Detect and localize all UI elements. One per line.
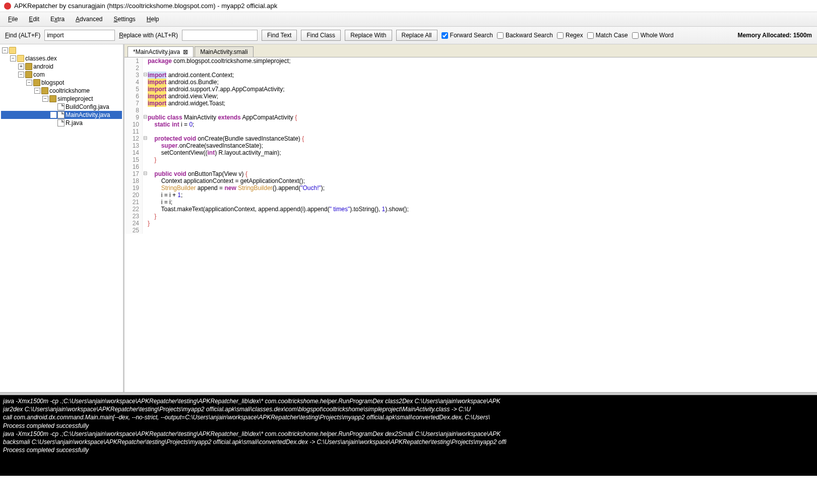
menu-edit[interactable]: Edit [24,14,44,24]
code-line[interactable]: 12⊟ protected void onCreate(Bundle saved… [124,135,817,142]
tree-node-com[interactable]: −com [1,71,122,79]
fold-icon [143,199,148,206]
tree-toggle-icon[interactable]: − [42,96,48,102]
code-line[interactable]: 17⊟ public void onButtonTap(View v) { [124,170,817,177]
tab-mainactivity-smali[interactable]: MainActivity.smali [195,46,253,57]
code-content[interactable]: public class MainActivity extends AppCom… [148,114,297,121]
wholeword-checkbox[interactable] [632,32,639,39]
code-line[interactable]: 22 Toast.makeText(applicationContext, ap… [124,206,817,213]
tree-node-buildconfig-java[interactable]: BuildConfig.java [1,103,122,111]
code-content[interactable]: setContentView((int) R.layout.activity_m… [148,149,281,156]
code-content[interactable]: i = i; [148,199,172,206]
file-icon [57,119,65,127]
code-line[interactable]: 15 } [124,156,817,163]
fold-icon[interactable]: ⊟ [143,170,148,177]
code-content[interactable]: import android.os.Bundle; [148,79,219,86]
code-content[interactable]: import android.support.v7.app.AppCompatA… [148,86,284,93]
matchcase-label: Match Case [596,32,628,39]
forward-search-checkbox[interactable] [442,32,448,39]
code-line[interactable]: 6import android.view.View; [124,93,817,100]
package-icon [25,71,32,78]
memory-allocated-label: Memory Allocated: 1500m [737,32,812,39]
code-content[interactable]: import android.content.Context; [148,72,234,79]
fold-icon[interactable]: ⊟ [143,135,148,142]
project-tree[interactable]: −−classes.dex+android−com−blogspot−coolt… [0,44,124,392]
tree-node-cooltrickshome[interactable]: −cooltrickshome [1,87,122,95]
tree-node-android[interactable]: +android [1,62,122,71]
code-line[interactable]: 8 [124,107,817,114]
menu-advanced[interactable]: Advanced [71,14,107,24]
code-line[interactable]: 3⊟import android.content.Context; [124,72,817,79]
code-line[interactable]: 7import android.widget.Toast; [124,100,817,107]
code-line[interactable]: 19 StringBuilder append = new StringBuil… [124,184,817,192]
console-line: Process completed successfully [3,422,814,430]
code-line[interactable]: 24} [124,220,817,227]
code-line[interactable]: 23 } [124,213,817,220]
tree-node-label: classes.dex [25,55,57,62]
tree-toggle-icon[interactable]: + [18,64,24,70]
replace-with-button[interactable]: Replace With [345,30,392,41]
tree-node-simpleproject[interactable]: −simpleproject [1,95,122,103]
tree-toggle-icon[interactable]: − [34,88,40,94]
tree-node-r-java[interactable]: R.java [1,119,122,127]
code-line[interactable]: 21 i = i; [124,199,817,206]
file-icon [57,111,65,118]
code-content[interactable]: import android.widget.Toast; [148,100,225,107]
fold-icon [143,142,148,149]
code-content[interactable]: package com.blogspot.cooltrickshome.simp… [148,57,290,65]
tree-node-mainactivity-java[interactable]: MainActivity.java [1,111,122,119]
code-line[interactable]: 25 [124,227,817,234]
code-line[interactable]: 20 i = i + 1; [124,192,817,199]
code-line[interactable]: 16 [124,163,817,170]
code-content[interactable]: static int i = 0; [148,121,194,128]
code-content[interactable]: StringBuilder append = new StringBuilder… [148,184,325,192]
code-line[interactable]: 1package com.blogspot.cooltrickshome.sim… [124,57,817,65]
menu-settings[interactable]: Settings [108,14,140,24]
fold-icon[interactable]: ⊟ [143,72,148,79]
code-line[interactable]: 2 [124,65,817,72]
code-content[interactable]: } [148,156,156,163]
find-input[interactable] [44,30,115,41]
code-content[interactable]: protected void onCreate(Bundle savedInst… [148,135,304,142]
code-content[interactable]: } [148,220,150,227]
find-class-button[interactable]: Find Class [301,30,341,41]
tree-node-classes-dex[interactable]: −classes.dex [1,54,122,62]
code-content[interactable]: public void onButtonTap(View v) { [148,170,247,177]
tree-toggle-icon[interactable]: − [2,47,8,53]
code-line[interactable]: 18 Context applicationContext = getAppli… [124,177,817,184]
code-content[interactable]: Toast.makeText(applicationContext, appen… [148,206,409,213]
menu-file[interactable]: File [3,14,23,24]
console-line: java -Xmx1500m -cp .;C:\Users\anjain\wor… [3,397,814,405]
code-line[interactable]: 13 super.onCreate(savedInstanceState); [124,142,817,149]
code-content[interactable]: super.onCreate(savedInstanceState); [148,142,263,149]
code-content[interactable]: i = i + 1; [148,192,182,199]
close-icon[interactable]: ⊠ [183,48,188,55]
tree-toggle-icon[interactable]: − [26,80,32,86]
code-line[interactable]: 5import android.support.v7.app.AppCompat… [124,86,817,93]
code-content[interactable]: import android.view.View; [148,93,218,100]
code-content[interactable]: Context applicationContext = getApplicat… [148,177,305,184]
replace-input[interactable] [182,30,258,41]
regex-checkbox[interactable] [557,32,563,39]
fold-icon[interactable]: ⊟ [143,114,148,121]
replace-all-button[interactable]: Replace All [396,30,437,41]
line-number: 6 [124,93,143,100]
find-text-button[interactable]: Find Text [262,30,297,41]
code-content[interactable]: } [148,213,156,220]
tree-node-blogspot[interactable]: −blogspot [1,79,122,87]
code-line[interactable]: 14 setContentView((int) R.layout.activit… [124,149,817,156]
menu-extra[interactable]: Extra [45,14,70,24]
code-line[interactable]: 11 [124,128,817,135]
code-line[interactable]: 4import android.os.Bundle; [124,79,817,86]
tab--mainactivity-java[interactable]: *MainActivity.java⊠ [128,46,194,57]
menu-help[interactable]: Help [142,14,164,24]
backward-search-checkbox[interactable] [497,32,504,39]
tree-node-label: R.java [66,119,83,127]
matchcase-checkbox[interactable] [587,32,594,39]
tree-node-root[interactable]: − [1,46,122,54]
code-line[interactable]: 9⊟public class MainActivity extends AppC… [124,114,817,121]
code-editor[interactable]: 1package com.blogspot.cooltrickshome.sim… [124,57,817,392]
tree-toggle-icon[interactable]: − [18,72,24,78]
code-line[interactable]: 10 static int i = 0; [124,121,817,128]
tree-toggle-icon[interactable]: − [10,55,16,61]
